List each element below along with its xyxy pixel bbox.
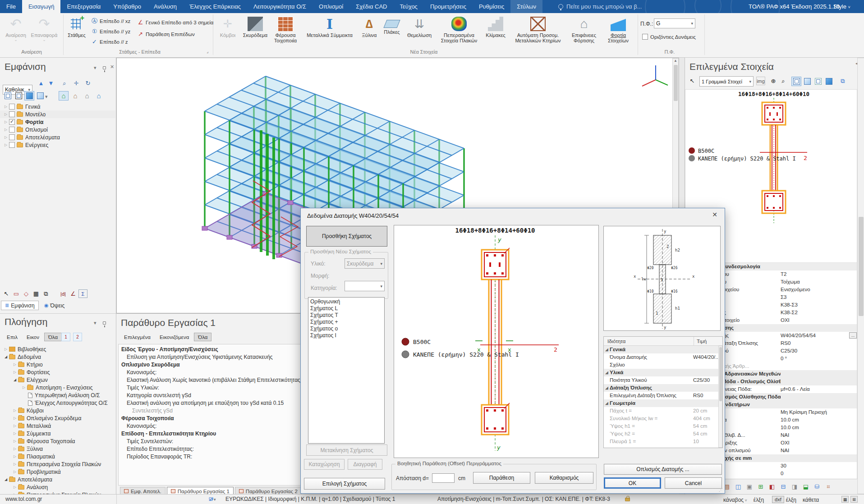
menu-tab[interactable]: Επεξεργασία bbox=[60, 0, 107, 13]
shape-list-item[interactable]: Σχήματος Ι bbox=[310, 332, 382, 339]
navigation-tree-item[interactable]: Υπερωθητική Ανάλυση Ο/Σ bbox=[0, 391, 115, 399]
expand-arrow[interactable] bbox=[12, 416, 18, 420]
expand-arrow[interactable] bbox=[12, 439, 18, 443]
display-tree-item[interactable]: Φορτία bbox=[0, 118, 115, 126]
undo-button[interactable]: Αναίρεση⌄ bbox=[3, 15, 29, 50]
arrow-down-icon[interactable]: ▼ bbox=[46, 78, 56, 88]
tab-display[interactable]: ≣Εμφάνιση bbox=[1, 301, 39, 310]
plane-button[interactable]: Ⓐ Επίπεδο // xz bbox=[89, 16, 132, 26]
navigation-tree-item[interactable]: Πλασματικά bbox=[0, 453, 115, 460]
navigation-filter-tab[interactable]: Εικον bbox=[23, 333, 43, 341]
status-toggle[interactable]: έλξη bbox=[754, 497, 764, 503]
dialog-grid-row[interactable]: Επιλεγμένη Διάταξη Όπλισης RS0 bbox=[604, 392, 722, 399]
layers-icon[interactable]: ⊟ bbox=[779, 482, 788, 491]
menu-tab[interactable]: Προμετρήσεις bbox=[424, 0, 473, 13]
ribbon-element-button[interactable]: Θεμελίωση bbox=[404, 15, 435, 50]
navigation-tree-item[interactable]: Ελέγχων bbox=[0, 376, 115, 384]
expand-arrow[interactable] bbox=[21, 385, 27, 389]
img-button[interactable]: img bbox=[756, 77, 765, 85]
view-shaded-icon[interactable] bbox=[802, 77, 812, 86]
work-filter-tab[interactable]: Όλα bbox=[194, 333, 211, 341]
expand-arrow[interactable] bbox=[12, 431, 18, 435]
copy-icon[interactable]: ⧉ bbox=[838, 77, 847, 85]
menu-tab[interactable]: Εισαγωγή bbox=[22, 0, 60, 13]
navigation-tree-item[interactable]: Προβληματικά bbox=[0, 468, 115, 476]
register-button[interactable]: Καταχώρηση bbox=[304, 459, 345, 470]
ribbon-element-button[interactable]: ΦορτίαΣτοιχείων bbox=[601, 15, 636, 50]
select-rect-icon[interactable]: ▭ bbox=[12, 289, 21, 298]
settings-icon[interactable]: ⌗ bbox=[824, 482, 833, 491]
model-solid-gray-icon[interactable]: ⌂ bbox=[82, 91, 92, 101]
expand-arrow[interactable] bbox=[3, 143, 9, 147]
select-element-icon[interactable]: ▦ bbox=[32, 289, 41, 298]
shape-list-item[interactable]: Σχήματος ο bbox=[310, 325, 382, 332]
navigation-tree-item[interactable]: Βιβλιοθήκες bbox=[0, 345, 115, 353]
workspace-table-icon[interactable]: 2 bbox=[73, 333, 82, 341]
grid-header-value[interactable]: Τιμή bbox=[694, 337, 707, 345]
navigation-tree-item[interactable]: Αποτίμηση - Ενισχύσεις bbox=[0, 384, 115, 391]
work-filter-tab[interactable]: Επιλεγμένα bbox=[120, 333, 155, 341]
visibility-checkbox[interactable] bbox=[9, 142, 15, 148]
view-solid-icon[interactable] bbox=[24, 91, 34, 101]
distance-input[interactable] bbox=[432, 473, 455, 483]
cancel-button[interactable]: Cancel bbox=[665, 477, 722, 489]
printer-icon[interactable]: ◨ bbox=[790, 482, 799, 491]
status-toggle[interactable]: έλξη bbox=[786, 497, 796, 503]
view-hidden-icon[interactable] bbox=[813, 77, 823, 86]
menu-tab[interactable]: File bbox=[0, 0, 22, 13]
status-toggle[interactable]: κάθετα bbox=[803, 497, 819, 503]
dialog-grid-row[interactable]: Γενικά bbox=[604, 346, 722, 353]
expand-arrow[interactable] bbox=[3, 120, 9, 124]
measure-distance-icon[interactable]: |d| bbox=[59, 289, 68, 298]
expand-arrow[interactable] bbox=[3, 355, 9, 359]
tag-icon[interactable]: ◧ bbox=[767, 482, 777, 491]
ribbon-element-button[interactable]: Κλίμακες bbox=[483, 15, 508, 50]
dialog-grid-row[interactable]: Ποιότητα Υλικού C25/30 bbox=[604, 376, 722, 384]
grid-header-property[interactable]: Ιδιότητα bbox=[604, 337, 694, 345]
navigation-tree-item[interactable]: Μεταλλικά bbox=[0, 422, 115, 430]
expand-arrow[interactable] bbox=[12, 485, 18, 489]
navigation-tree-item[interactable]: Δεδομένα bbox=[0, 353, 115, 361]
select-add-icon[interactable]: ↖ bbox=[688, 77, 697, 85]
expand-arrow[interactable] bbox=[3, 347, 9, 351]
doc-icon[interactable]: ▣ bbox=[745, 482, 754, 491]
material-select[interactable]: Σκυρόδεμα▾ bbox=[345, 258, 385, 269]
model-steel-icon[interactable]: ⌂ bbox=[70, 91, 80, 101]
style-menu[interactable]: Style ˅ bbox=[833, 3, 850, 10]
navigation-tree-item[interactable]: Κτήριο bbox=[0, 361, 115, 368]
navigation-tree-item[interactable]: Πεπερασμένα Στοιχεία Πλακών bbox=[0, 460, 115, 468]
resize-grip[interactable]: ⋰ bbox=[719, 487, 723, 492]
visibility-checkbox[interactable] bbox=[9, 104, 15, 110]
workspace-table-icon[interactable]: 1 bbox=[61, 333, 70, 341]
display-tree-item[interactable]: Οπλισμοί bbox=[0, 126, 115, 133]
menu-tab[interactable]: Οπλισμοί bbox=[313, 0, 349, 13]
move-shape-button[interactable]: Μετακίνηση Σχήματος bbox=[306, 444, 387, 456]
delete-button[interactable]: Διαγραφή bbox=[348, 459, 382, 470]
ribbon-element-button[interactable]: Πλάκες bbox=[381, 15, 403, 50]
navigation-tree-item[interactable]: Αποτελέσματα bbox=[0, 476, 115, 483]
navigation-tree-item[interactable]: Φέρουσα Τοιχοποιία bbox=[0, 437, 115, 445]
properties-icon[interactable]: ⧉ bbox=[41, 289, 51, 298]
ribbon-element-button[interactable]: ΕπιφάνειεςΦόρτισης bbox=[568, 15, 600, 50]
offset-clear-button[interactable]: Καθαρισμός bbox=[535, 472, 593, 484]
display-tree-item[interactable]: Μοντέλο bbox=[0, 110, 115, 118]
morph-select[interactable]: ▾ bbox=[345, 281, 385, 291]
snap-toggle-icon[interactable]: ⊞ bbox=[850, 496, 858, 503]
shape-list-item[interactable]: Σχήματος T bbox=[310, 312, 382, 319]
stathmes-button[interactable]: Στάθμες bbox=[65, 15, 88, 50]
dialog-launcher-icon[interactable]: ⌟ bbox=[207, 49, 208, 54]
zoom-fit-icon[interactable]: ⊕ bbox=[769, 77, 778, 85]
tell-me-search[interactable]: Πείτε μου πως μπορώ να β... bbox=[554, 0, 646, 13]
database-icon[interactable]: ⛁ bbox=[813, 482, 822, 491]
menu-tab[interactable]: Στύλων bbox=[510, 0, 542, 13]
measure-angle-icon[interactable]: ∠ bbox=[69, 289, 78, 298]
navigation-tree-item[interactable]: Οπλισμένο Σκυρόδεμα bbox=[0, 414, 115, 422]
view-mixed-icon[interactable] bbox=[35, 91, 45, 101]
menu-tab[interactable]: Λειτουργικότητα Ο/Σ bbox=[247, 0, 313, 13]
pin-icon[interactable] bbox=[103, 66, 106, 69]
dialog-grid-row[interactable]: Συνολικό Μήκος lw = 404 cm bbox=[604, 415, 722, 422]
navigation-tree-item[interactable]: Έλεγχος Λειτουργικότητας Ο/Σ bbox=[0, 399, 115, 407]
expand-arrow[interactable] bbox=[12, 462, 18, 466]
display-mode-icon[interactable]: 🖳▾ bbox=[208, 496, 216, 502]
menu-tab[interactable]: Έλεγχος Επάρκειας bbox=[183, 0, 247, 13]
